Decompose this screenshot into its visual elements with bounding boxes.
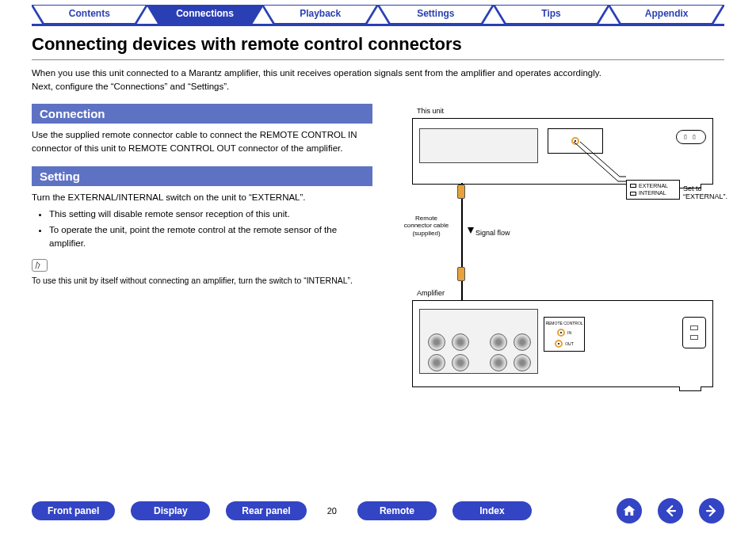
- top-tabs: Contents Connections Playback Settings T…: [0, 0, 756, 24]
- tab-settings[interactable]: Settings: [378, 5, 494, 24]
- connection-diagram: This unit ▯ ▯ EXTERNAL INTERNAL: [388, 104, 721, 421]
- switch-internal-label: INTERNAL: [639, 190, 666, 196]
- speaker-terminal-icon: [428, 333, 445, 351]
- home-icon: [622, 504, 636, 518]
- switch-callout: EXTERNAL INTERNAL: [626, 180, 680, 200]
- tab-appendix[interactable]: Appendix: [609, 5, 724, 24]
- prev-button[interactable]: [658, 498, 683, 523]
- device-amplifier: REMOTE CONTROL IN OUT: [412, 300, 713, 387]
- label-signal-flow: Signal flow: [475, 229, 510, 237]
- switch-leader-line: [571, 142, 634, 189]
- remote-control-label: REMOTE CONTROL: [545, 321, 582, 326]
- left-column: Connection Use the supplied remote conne…: [32, 104, 372, 421]
- home-button[interactable]: [617, 498, 642, 523]
- tab-label: Tips: [541, 8, 560, 19]
- rca-jack-icon: [555, 340, 563, 348]
- speaker-terminal-icon: [490, 354, 507, 371]
- tab-label: Connections: [176, 8, 234, 19]
- arrow-right-icon: [704, 504, 719, 518]
- tab-label: Playback: [300, 8, 341, 19]
- ac-inlet-icon: [682, 317, 706, 348]
- tab-tips[interactable]: Tips: [494, 5, 609, 24]
- cable-plug-top-icon: [457, 185, 465, 199]
- switch-external-label: EXTERNAL: [639, 183, 668, 189]
- tab-label: Settings: [417, 8, 454, 19]
- tab-label: Contents: [69, 8, 110, 19]
- out-label: OUT: [565, 341, 574, 346]
- setting-note: To use this unit by itself without conne…: [32, 275, 372, 287]
- tab-label: Appendix: [645, 8, 689, 19]
- signal-flow-arrow-icon: [468, 227, 474, 234]
- setting-bullets: This setting will disable remote sensor …: [32, 207, 372, 250]
- tab-connections[interactable]: Connections: [147, 5, 263, 24]
- rca-jack-icon: [557, 329, 565, 337]
- label-remote-cable: Remote connector cable (supplied): [403, 215, 450, 238]
- nav-index[interactable]: Index: [452, 501, 532, 520]
- connection-text: Use the supplied remote connector cable …: [32, 128, 372, 156]
- speaker-terminal-icon: [514, 354, 531, 371]
- note-icon: [32, 259, 48, 272]
- next-button[interactable]: [699, 498, 724, 523]
- setting-bullet: This setting will disable remote sensor …: [49, 207, 372, 221]
- rear-panel-area: [419, 128, 538, 163]
- page-number: 20: [323, 506, 342, 516]
- amp-rear-panel: [419, 309, 538, 374]
- tab-playback[interactable]: Playback: [262, 5, 378, 24]
- bottom-nav: Front panel Display Rear panel 20 Remote…: [0, 498, 756, 523]
- device-foot: [679, 386, 701, 391]
- tab-contents[interactable]: Contents: [32, 5, 147, 24]
- speaker-terminal-icon: [452, 333, 469, 351]
- set-to-external: Set to “EXTERNAL”.: [683, 185, 723, 200]
- section-connection-title: Connection: [32, 104, 372, 124]
- arrow-left-icon: [663, 504, 678, 518]
- nav-front-panel[interactable]: Front panel: [32, 501, 115, 520]
- speaker-terminal-icon: [514, 333, 531, 351]
- intro-line: When you use this unit connected to a Ma…: [32, 67, 724, 80]
- intro-text: When you use this unit connected to a Ma…: [0, 67, 756, 104]
- cable-plug-bottom-icon: [457, 267, 465, 281]
- label-this-unit: This unit: [417, 107, 444, 115]
- right-column: This unit ▯ ▯ EXTERNAL INTERNAL: [388, 104, 724, 421]
- device-this-unit: ▯ ▯: [412, 118, 713, 185]
- section-setting-title: Setting: [32, 166, 372, 186]
- label-amplifier: Amplifier: [417, 289, 445, 297]
- speaker-terminal-icon: [452, 354, 469, 371]
- intro-line: Next, configure the “Connections” and “S…: [32, 80, 724, 93]
- ac-inlet-icon: ▯ ▯: [676, 130, 706, 144]
- nav-remote[interactable]: Remote: [357, 501, 437, 520]
- speaker-terminal-icon: [490, 333, 507, 351]
- page-title: Connecting devices with remote control c…: [0, 26, 756, 59]
- in-label: IN: [567, 330, 571, 335]
- title-rule: [32, 59, 724, 60]
- nav-display[interactable]: Display: [131, 501, 210, 520]
- speaker-terminal-icon: [428, 354, 445, 371]
- setting-text: Turn the EXTERNAL/INTERNAL switch on the…: [32, 191, 372, 204]
- remote-out-port: REMOTE CONTROL IN OUT: [544, 317, 585, 352]
- nav-rear-panel[interactable]: Rear panel: [226, 501, 306, 520]
- setting-bullet: To operate the unit, point the remote co…: [49, 223, 372, 251]
